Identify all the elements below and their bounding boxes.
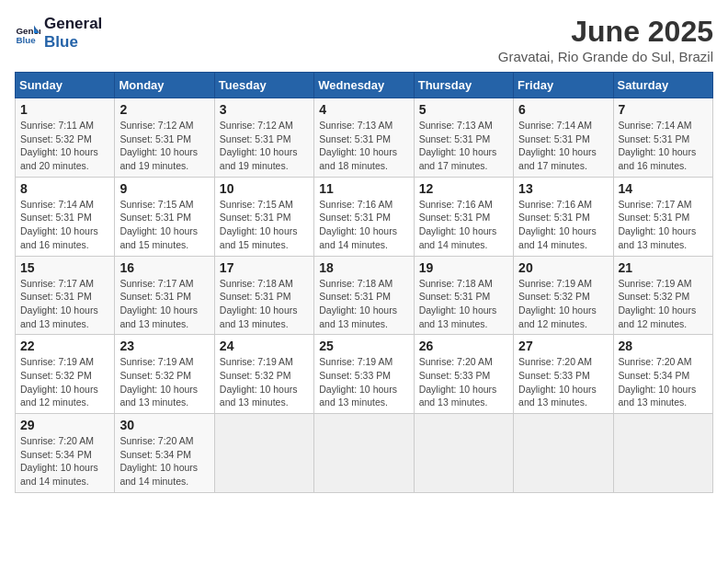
header-row: SundayMondayTuesdayWednesdayThursdayFrid…	[16, 73, 713, 98]
day-number: 26	[419, 339, 508, 353]
day-detail: Sunrise: 7:15 AMSunset: 5:31 PMDaylight:…	[220, 198, 309, 252]
calendar-cell: 23Sunrise: 7:19 AMSunset: 5:32 PMDayligh…	[115, 335, 214, 414]
title-area: June 2025 Gravatai, Rio Grande do Sul, B…	[498, 15, 713, 64]
day-detail: Sunrise: 7:13 AMSunset: 5:31 PMDaylight:…	[419, 119, 508, 173]
day-detail: Sunrise: 7:14 AMSunset: 5:31 PMDaylight:…	[619, 119, 708, 173]
calendar-cell: 15Sunrise: 7:17 AMSunset: 5:31 PMDayligh…	[16, 256, 115, 335]
day-number: 28	[619, 339, 708, 353]
day-detail: Sunrise: 7:17 AMSunset: 5:31 PMDaylight:…	[20, 277, 109, 331]
day-detail: Sunrise: 7:14 AMSunset: 5:31 PMDaylight:…	[20, 198, 109, 252]
calendar-cell: 26Sunrise: 7:20 AMSunset: 5:33 PMDayligh…	[414, 335, 513, 414]
calendar-cell: 11Sunrise: 7:16 AMSunset: 5:31 PMDayligh…	[314, 177, 414, 256]
calendar-table: SundayMondayTuesdayWednesdayThursdayFrid…	[15, 72, 713, 493]
calendar-cell	[414, 414, 513, 493]
day-detail: Sunrise: 7:19 AMSunset: 5:32 PMDaylight:…	[518, 277, 608, 331]
calendar-cell: 19Sunrise: 7:18 AMSunset: 5:31 PMDayligh…	[414, 256, 513, 335]
header-day: Tuesday	[214, 73, 313, 98]
calendar-cell: 3Sunrise: 7:12 AMSunset: 5:31 PMDaylight…	[214, 98, 313, 178]
calendar-cell: 10Sunrise: 7:15 AMSunset: 5:31 PMDayligh…	[214, 177, 313, 256]
calendar-cell: 24Sunrise: 7:19 AMSunset: 5:32 PMDayligh…	[214, 335, 313, 414]
header-day: Sunday	[16, 73, 115, 98]
day-detail: Sunrise: 7:20 AMSunset: 5:33 PMDaylight:…	[419, 355, 508, 409]
day-number: 3	[220, 102, 309, 117]
calendar-week-row: 15Sunrise: 7:17 AMSunset: 5:31 PMDayligh…	[16, 256, 713, 335]
day-number: 5	[419, 102, 508, 117]
day-detail: Sunrise: 7:18 AMSunset: 5:31 PMDaylight:…	[319, 277, 408, 331]
day-detail: Sunrise: 7:18 AMSunset: 5:31 PMDaylight:…	[419, 277, 508, 331]
day-detail: Sunrise: 7:17 AMSunset: 5:31 PMDaylight:…	[119, 277, 209, 331]
day-number: 24	[220, 339, 309, 353]
calendar-subtitle: Gravatai, Rio Grande do Sul, Brazil	[498, 49, 713, 64]
calendar-cell: 8Sunrise: 7:14 AMSunset: 5:31 PMDaylight…	[16, 177, 115, 256]
calendar-cell: 25Sunrise: 7:19 AMSunset: 5:33 PMDayligh…	[314, 335, 414, 414]
day-number: 1	[20, 102, 109, 117]
calendar-cell: 2Sunrise: 7:12 AMSunset: 5:31 PMDaylight…	[115, 98, 214, 178]
day-detail: Sunrise: 7:19 AMSunset: 5:33 PMDaylight:…	[319, 355, 408, 409]
day-detail: Sunrise: 7:20 AMSunset: 5:34 PMDaylight:…	[20, 434, 109, 488]
day-detail: Sunrise: 7:19 AMSunset: 5:32 PMDaylight:…	[119, 355, 209, 409]
day-detail: Sunrise: 7:19 AMSunset: 5:32 PMDaylight:…	[220, 355, 309, 409]
calendar-cell: 16Sunrise: 7:17 AMSunset: 5:31 PMDayligh…	[115, 256, 214, 335]
calendar-week-row: 29Sunrise: 7:20 AMSunset: 5:34 PMDayligh…	[16, 414, 713, 493]
calendar-cell: 5Sunrise: 7:13 AMSunset: 5:31 PMDaylight…	[414, 98, 513, 178]
day-detail: Sunrise: 7:20 AMSunset: 5:33 PMDaylight:…	[518, 355, 608, 409]
day-number: 17	[220, 260, 309, 275]
day-number: 7	[619, 102, 708, 117]
day-detail: Sunrise: 7:12 AMSunset: 5:31 PMDaylight:…	[119, 119, 209, 173]
logo-icon: General Blue	[15, 20, 40, 46]
day-detail: Sunrise: 7:20 AMSunset: 5:34 PMDaylight:…	[119, 434, 209, 488]
day-detail: Sunrise: 7:19 AMSunset: 5:32 PMDaylight:…	[619, 277, 708, 331]
day-number: 13	[518, 181, 608, 196]
day-number: 29	[20, 418, 109, 432]
day-detail: Sunrise: 7:16 AMSunset: 5:31 PMDaylight:…	[419, 198, 508, 252]
calendar-cell: 20Sunrise: 7:19 AMSunset: 5:32 PMDayligh…	[514, 256, 613, 335]
day-number: 19	[419, 260, 508, 275]
calendar-cell: 6Sunrise: 7:14 AMSunset: 5:31 PMDaylight…	[514, 98, 613, 178]
calendar-cell: 4Sunrise: 7:13 AMSunset: 5:31 PMDaylight…	[314, 98, 414, 178]
calendar-cell	[214, 414, 313, 493]
day-detail: Sunrise: 7:11 AMSunset: 5:32 PMDaylight:…	[20, 119, 109, 173]
logo-line1: General	[44, 15, 102, 33]
day-number: 16	[119, 260, 209, 275]
day-detail: Sunrise: 7:18 AMSunset: 5:31 PMDaylight:…	[220, 277, 309, 331]
header: General Blue General Blue June 2025 Grav…	[15, 15, 713, 64]
day-number: 21	[619, 260, 708, 275]
calendar-week-row: 1Sunrise: 7:11 AMSunset: 5:32 PMDaylight…	[16, 98, 713, 178]
day-number: 2	[119, 102, 209, 117]
calendar-cell: 21Sunrise: 7:19 AMSunset: 5:32 PMDayligh…	[613, 256, 712, 335]
day-number: 11	[319, 181, 408, 196]
day-detail: Sunrise: 7:16 AMSunset: 5:31 PMDaylight:…	[518, 198, 608, 252]
calendar-cell: 13Sunrise: 7:16 AMSunset: 5:31 PMDayligh…	[514, 177, 613, 256]
calendar-cell	[514, 414, 613, 493]
day-number: 18	[319, 260, 408, 275]
logo-line2: Blue	[44, 33, 102, 52]
day-detail: Sunrise: 7:12 AMSunset: 5:31 PMDaylight:…	[220, 119, 309, 173]
calendar-cell: 1Sunrise: 7:11 AMSunset: 5:32 PMDaylight…	[16, 98, 115, 178]
day-number: 9	[119, 181, 209, 196]
day-number: 22	[20, 339, 109, 353]
day-detail: Sunrise: 7:13 AMSunset: 5:31 PMDaylight:…	[319, 119, 408, 173]
calendar-cell: 17Sunrise: 7:18 AMSunset: 5:31 PMDayligh…	[214, 256, 313, 335]
day-number: 27	[518, 339, 608, 353]
calendar-week-row: 22Sunrise: 7:19 AMSunset: 5:32 PMDayligh…	[16, 335, 713, 414]
calendar-cell: 22Sunrise: 7:19 AMSunset: 5:32 PMDayligh…	[16, 335, 115, 414]
calendar-cell: 12Sunrise: 7:16 AMSunset: 5:31 PMDayligh…	[414, 177, 513, 256]
day-number: 6	[518, 102, 608, 117]
day-number: 25	[319, 339, 408, 353]
day-number: 15	[20, 260, 109, 275]
header-day: Friday	[514, 73, 613, 98]
day-number: 4	[319, 102, 408, 117]
calendar-cell: 28Sunrise: 7:20 AMSunset: 5:34 PMDayligh…	[613, 335, 712, 414]
day-detail: Sunrise: 7:15 AMSunset: 5:31 PMDaylight:…	[119, 198, 209, 252]
day-detail: Sunrise: 7:14 AMSunset: 5:31 PMDaylight:…	[518, 119, 608, 173]
day-number: 14	[619, 181, 708, 196]
calendar-cell: 9Sunrise: 7:15 AMSunset: 5:31 PMDaylight…	[115, 177, 214, 256]
calendar-cell: 18Sunrise: 7:18 AMSunset: 5:31 PMDayligh…	[314, 256, 414, 335]
day-detail: Sunrise: 7:20 AMSunset: 5:34 PMDaylight:…	[619, 355, 708, 409]
header-day: Thursday	[414, 73, 513, 98]
day-number: 10	[220, 181, 309, 196]
day-detail: Sunrise: 7:16 AMSunset: 5:31 PMDaylight:…	[319, 198, 408, 252]
day-number: 30	[119, 418, 209, 432]
header-day: Wednesday	[314, 73, 414, 98]
day-detail: Sunrise: 7:17 AMSunset: 5:31 PMDaylight:…	[619, 198, 708, 252]
